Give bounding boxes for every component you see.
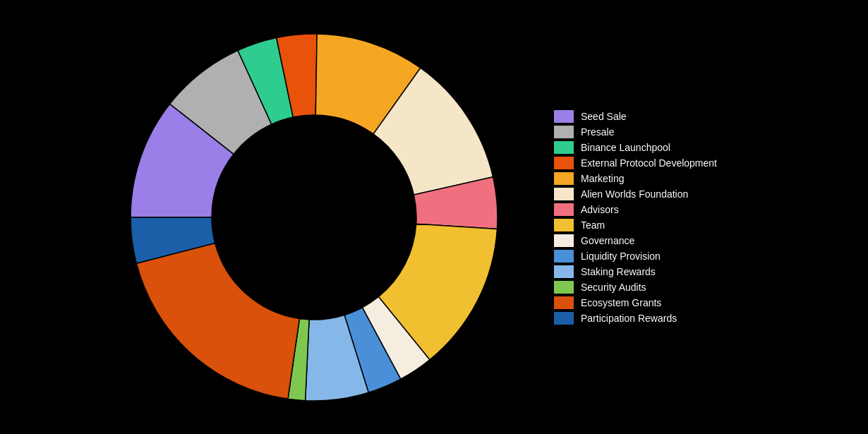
legend-label-13: Participation Rewards: [581, 313, 677, 324]
legend-color-4: [554, 172, 574, 185]
legend-label-8: Governance: [581, 235, 634, 246]
legend-item-6: Advisors: [554, 203, 780, 216]
legend-label-1: Presale: [581, 126, 614, 138]
chart-area: [88, 0, 540, 434]
legend-label-0: Seed Sale: [581, 111, 627, 122]
legend-label-12: Ecosystem Grants: [581, 297, 661, 308]
legend-item-7: Team: [554, 219, 780, 231]
legend-item-2: Binance Launchpool: [554, 141, 780, 154]
legend-color-13: [554, 312, 574, 325]
legend-area: Seed SalePresaleBinance LaunchpoolExtern…: [540, 0, 780, 434]
legend-label-2: Binance Launchpool: [581, 142, 670, 153]
legend-label-6: Advisors: [581, 204, 619, 215]
legend-item-5: Alien Worlds Foundation: [554, 188, 780, 200]
legend-color-6: [554, 203, 574, 216]
legend-label-7: Team: [581, 219, 605, 231]
legend-item-11: Security Audits: [554, 281, 780, 294]
donut-chart: [109, 13, 519, 422]
legend-item-3: External Protocol Development: [554, 157, 780, 169]
legend-label-4: Marketing: [581, 173, 624, 184]
legend-label-11: Security Audits: [581, 282, 646, 293]
legend-color-10: [554, 265, 574, 278]
legend-item-8: Governance: [554, 234, 780, 247]
main-container: Seed SalePresaleBinance LaunchpoolExtern…: [0, 0, 868, 434]
legend-color-8: [554, 234, 574, 247]
legend-color-1: [554, 126, 574, 138]
legend-color-2: [554, 141, 574, 154]
legend-color-0: [554, 110, 574, 123]
legend-label-9: Liquidity Provision: [581, 251, 661, 262]
legend-item-9: Liquidity Provision: [554, 250, 780, 263]
legend-label-5: Alien Worlds Foundation: [581, 188, 688, 200]
legend-item-4: Marketing: [554, 172, 780, 185]
legend-color-12: [554, 296, 574, 309]
legend-color-7: [554, 219, 574, 231]
segment-ecosystem-grants: [136, 243, 299, 399]
legend-item-12: Ecosystem Grants: [554, 296, 780, 309]
legend-color-3: [554, 157, 574, 169]
legend-item-10: Staking Rewards: [554, 265, 780, 278]
legend-item-0: Seed Sale: [554, 110, 780, 123]
legend-color-11: [554, 281, 574, 294]
legend-label-10: Staking Rewards: [581, 266, 656, 277]
legend-color-9: [554, 250, 574, 263]
legend-label-3: External Protocol Development: [581, 157, 717, 169]
legend-item-13: Participation Rewards: [554, 312, 780, 325]
legend-color-5: [554, 188, 574, 200]
legend-item-1: Presale: [554, 126, 780, 138]
